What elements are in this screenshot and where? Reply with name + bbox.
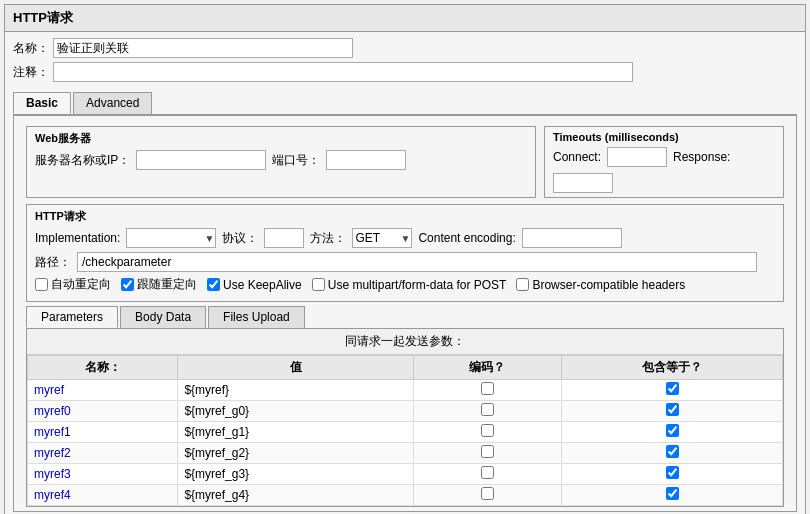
param-value-cell[interactable]: ${myref_g4} [178,485,413,506]
col-encoded-header: 编码？ [413,356,561,380]
protocol-label: 协议： [222,230,258,247]
main-window: HTTP请求 名称： 注释： Basic Advanced Web服务器 服务器… [4,4,806,514]
web-server-title: Web服务器 [35,131,527,146]
follow-redirect-checkbox-item[interactable]: 跟随重定向 [121,276,197,293]
browser-compat-checkbox[interactable] [516,278,529,291]
param-value-cell[interactable]: ${myref_g0} [178,401,413,422]
timeouts-title: Timeouts (milliseconds) [553,131,775,143]
web-server-row: 服务器名称或IP： 端口号： [35,150,527,170]
connect-label: Connect: [553,150,601,164]
param-encoded-checkbox[interactable] [481,487,494,500]
param-encoded-checkbox[interactable] [481,382,494,395]
encoding-input[interactable] [522,228,622,248]
server-input[interactable] [136,150,266,170]
auto-redirect-label: 自动重定向 [51,276,111,293]
table-row: myref${myref} [28,380,783,401]
param-include-checkbox[interactable] [666,424,679,437]
implementation-label: Implementation: [35,231,120,245]
param-name-cell[interactable]: myref [28,380,178,401]
col-include-header: 包含等于？ [562,356,783,380]
param-include-checkbox[interactable] [666,445,679,458]
param-include-checkbox[interactable] [666,403,679,416]
auto-redirect-checkbox[interactable] [35,278,48,291]
keepalive-checkbox[interactable] [207,278,220,291]
param-include-checkbox[interactable] [666,382,679,395]
http-request-title: HTTP请求 [35,209,775,224]
param-include-cell[interactable] [562,443,783,464]
param-encoded-cell[interactable] [413,464,561,485]
name-label: 名称： [13,40,53,57]
param-include-cell[interactable] [562,464,783,485]
window-title: HTTP请求 [5,5,805,32]
param-encoded-checkbox[interactable] [481,403,494,416]
param-encoded-checkbox[interactable] [481,466,494,479]
param-encoded-cell[interactable] [413,380,561,401]
params-table: 名称： 值 编码？ 包含等于？ myref${myref}myref0${myr… [27,355,783,506]
param-encoded-checkbox[interactable] [481,424,494,437]
param-include-cell[interactable] [562,422,783,443]
param-value-cell[interactable]: ${myref_g3} [178,464,413,485]
param-name-cell[interactable]: myref4 [28,485,178,506]
auto-redirect-checkbox-item[interactable]: 自动重定向 [35,276,111,293]
http-request-section: HTTP请求 Implementation: HttpClient3.1 Htt… [26,204,784,302]
table-row: myref0${myref_g0} [28,401,783,422]
param-name-cell[interactable]: myref2 [28,443,178,464]
timeouts-section: Timeouts (milliseconds) Connect: Respons… [544,126,784,198]
tab-content: Web服务器 服务器名称或IP： 端口号： Timeouts (millisec… [13,115,797,512]
tab-basic[interactable]: Basic [13,92,71,114]
path-row: 路径： [35,252,775,272]
multipart-label: Use multipart/form-data for POST [328,278,507,292]
param-encoded-cell[interactable] [413,401,561,422]
param-include-checkbox[interactable] [666,487,679,500]
multipart-checkbox-item[interactable]: Use multipart/form-data for POST [312,278,507,292]
response-input[interactable] [553,173,613,193]
method-select[interactable]: GET POST PUT DELETE [352,228,412,248]
inner-tab-body-data[interactable]: Body Data [120,306,206,328]
params-header: 同请求一起发送参数： [27,329,783,355]
checkbox-row: 自动重定向 跟随重定向 Use KeepAlive Use multipart/… [35,276,775,293]
server-label: 服务器名称或IP： [35,152,130,169]
method-label: 方法： [310,230,346,247]
http-request-row1: Implementation: HttpClient3.1 HttpClient… [35,228,775,248]
path-input[interactable] [77,252,757,272]
param-include-cell[interactable] [562,380,783,401]
param-name-cell[interactable]: myref1 [28,422,178,443]
name-input[interactable] [53,38,353,58]
param-value-cell[interactable]: ${myref_g2} [178,443,413,464]
param-encoded-cell[interactable] [413,422,561,443]
tab-advanced[interactable]: Advanced [73,92,152,114]
multipart-checkbox[interactable] [312,278,325,291]
port-input[interactable] [326,150,406,170]
param-encoded-cell[interactable] [413,485,561,506]
inner-tab-parameters[interactable]: Parameters [26,306,118,328]
param-name-cell[interactable]: myref0 [28,401,178,422]
param-encoded-cell[interactable] [413,443,561,464]
param-value-cell[interactable]: ${myref} [178,380,413,401]
param-include-cell[interactable] [562,401,783,422]
param-name-cell[interactable]: myref3 [28,464,178,485]
param-include-cell[interactable] [562,485,783,506]
col-value-header: 值 [178,356,413,380]
keepalive-checkbox-item[interactable]: Use KeepAlive [207,278,302,292]
param-include-checkbox[interactable] [666,466,679,479]
follow-redirect-checkbox[interactable] [121,278,134,291]
param-encoded-checkbox[interactable] [481,445,494,458]
implementation-select[interactable]: HttpClient3.1 HttpClient4 [126,228,216,248]
browser-compat-label: Browser-compatible headers [532,278,685,292]
table-row: myref3${myref_g3} [28,464,783,485]
note-input[interactable] [53,62,633,82]
params-section: 同请求一起发送参数： 名称： 值 编码？ 包含等于？ myref${myref}… [26,329,784,507]
timeouts-row: Connect: Response: [553,147,775,193]
top-sections: Web服务器 服务器名称或IP： 端口号： Timeouts (millisec… [26,126,784,198]
param-value-cell[interactable]: ${myref_g1} [178,422,413,443]
main-tabs-bar: Basic Advanced [13,92,797,115]
method-wrapper: GET POST PUT DELETE ▼ [352,228,412,248]
response-label: Response: [673,150,730,164]
protocol-input[interactable] [264,228,304,248]
browser-compat-checkbox-item[interactable]: Browser-compatible headers [516,278,685,292]
connect-input[interactable] [607,147,667,167]
col-name-header: 名称： [28,356,178,380]
path-label: 路径： [35,254,71,271]
table-header-row: 名称： 值 编码？ 包含等于？ [28,356,783,380]
inner-tab-files-upload[interactable]: Files Upload [208,306,305,328]
